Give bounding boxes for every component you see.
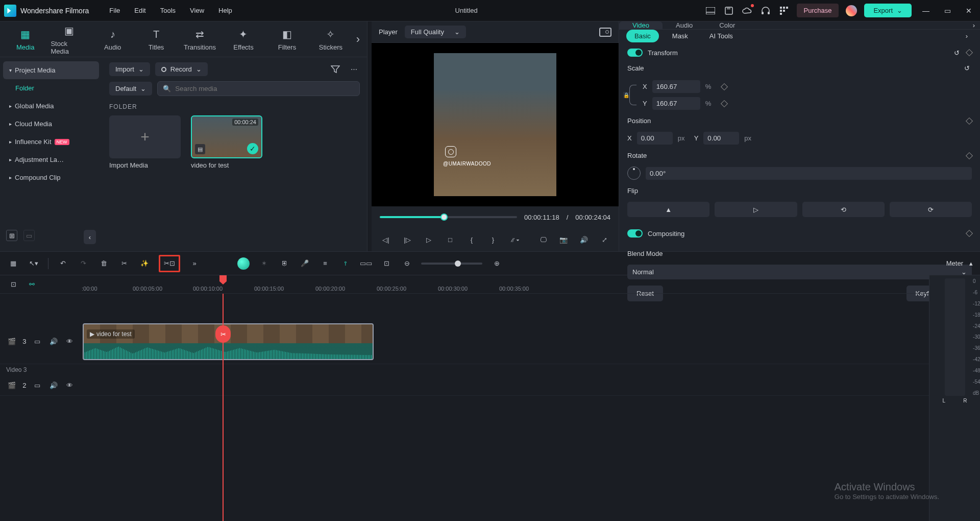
scrub-knob[interactable] [440,214,448,221]
magic-icon[interactable]: ✨ [138,257,151,270]
reset-icon[interactable]: ↺ [962,63,972,73]
grid-icon[interactable]: ▦ [7,257,19,270]
pos-y-input[interactable] [703,132,739,145]
video-viewport[interactable]: @UMAIRWADOOD [372,43,619,206]
lock-aspect[interactable]: 🔒 [627,82,639,108]
mute-icon[interactable]: 🔊 [48,336,59,348]
import-dropdown[interactable]: Import⌄ [109,62,150,76]
export-button[interactable]: Export⌄ [864,4,912,17]
mic-icon[interactable]: 🎤 [299,257,311,270]
prev-frame-icon[interactable]: ◁| [380,233,392,246]
zoom-out-icon[interactable]: ⊖ [401,257,413,270]
undo-icon[interactable]: ↶ [57,257,69,270]
volume-icon[interactable]: 🔊 [578,233,590,246]
filter-icon[interactable] [329,63,341,76]
zoom-slider[interactable] [421,263,482,265]
keyframe-icon[interactable] [721,83,728,90]
next-frame-icon[interactable]: |▷ [401,233,413,246]
tab-audio-inspector[interactable]: Audio [663,21,706,29]
subtab-mask[interactable]: Mask [664,30,696,42]
shield-icon[interactable]: ⛨ [278,257,290,270]
fit-icon[interactable]: ⊡ [380,257,393,270]
camera-icon[interactable]: 📷 [557,233,570,246]
tab-stock-media[interactable]: ▣Stock Media [51,23,87,55]
tab-effects[interactable]: ✦Effects [225,27,261,51]
video-track-icon[interactable]: 🎬 [6,336,17,348]
cursor-icon[interactable]: ↖▾ [28,257,40,270]
folder-icon[interactable]: ▭ [31,380,42,392]
zoom-knob[interactable] [455,260,461,267]
flip-vertical-button[interactable]: ▷ [715,202,797,217]
rotate-ccw-button[interactable]: ⟲ [802,202,885,217]
tree-global-media[interactable]: ▸Global Media [3,97,99,115]
meter-toggle[interactable]: Meter [946,259,963,267]
fullscreen-icon[interactable]: ⤢ [598,233,610,246]
menu-file[interactable]: File [109,7,120,14]
redo-icon[interactable]: ↷ [77,257,89,270]
layout-icon[interactable] [705,5,716,16]
search-input[interactable] [175,85,354,92]
zoom-in-icon[interactable]: ⊕ [491,257,503,270]
folder-icon[interactable]: ▭ [23,230,35,241]
crop-button[interactable]: ✂⊡ [159,255,180,272]
apps-icon[interactable] [778,5,790,16]
list-icon[interactable]: ≡ [319,257,331,270]
rotate-input[interactable] [646,167,972,180]
menu-edit[interactable]: Edit [134,7,145,14]
tab-color[interactable]: Color [706,21,748,29]
collapse-tree-button[interactable]: ‹ [84,230,96,244]
mark-in-icon[interactable]: { [465,233,478,246]
subtab-basic[interactable]: Basic [626,30,659,42]
sparkle-icon[interactable]: ✶ [258,257,270,270]
avatar[interactable] [846,5,857,16]
tab-filters[interactable]: ◧Filters [269,27,305,51]
keyframe-icon[interactable] [966,152,973,159]
display-icon[interactable]: 🖵 [537,233,549,246]
mark-out-icon[interactable]: } [487,233,499,246]
new-folder-icon[interactable]: ⊞ [6,230,17,241]
tab-titles[interactable]: TTitles [138,27,174,51]
video-track-icon[interactable]: 🎬 [6,380,17,392]
folder-icon[interactable]: ▭ [31,336,42,348]
reset-icon[interactable]: ↺ [951,48,962,58]
rotate-cw-button[interactable]: ⟳ [890,202,972,217]
tree-cloud-media[interactable]: ▸Cloud Media [3,115,99,133]
stop-icon[interactable]: □ [444,233,456,246]
menu-help[interactable]: Help [218,7,232,14]
pos-x-input[interactable] [637,132,673,145]
menu-view[interactable]: View [190,7,204,14]
delete-icon[interactable]: 🗑 [97,257,110,270]
keyframe-icon[interactable] [721,100,728,107]
headphones-icon[interactable] [760,5,771,16]
tree-compound-clip[interactable]: ▸Compound Clip [3,169,99,186]
playhead[interactable]: ✂ [223,294,224,521]
rotate-dial[interactable] [627,167,641,180]
ai-button[interactable] [237,257,250,270]
tab-stickers[interactable]: ✧Stickers [312,27,349,51]
search-box[interactable]: 🔍 [157,81,360,96]
link-icon[interactable]: ⚯ [26,278,38,291]
snapshot-icon[interactable] [599,28,611,37]
subtab-more-icon[interactable]: › [961,32,973,40]
subtab-ai-tools[interactable]: AI Tools [701,30,741,42]
marker-icon[interactable]: ⫯ [339,257,352,270]
tab-audio[interactable]: ♪Audio [94,27,131,51]
close-button[interactable]: ✕ [962,7,976,15]
tree-folder[interactable]: Folder [3,79,99,97]
keyframe-icon[interactable] [966,49,973,56]
more-tools-icon[interactable]: » [188,257,201,270]
play-icon[interactable]: ▷ [423,233,435,246]
import-media-tile[interactable]: + Import Media [109,115,181,169]
flip-horizontal-button[interactable]: ▲ [627,202,709,217]
render-icon[interactable]: ▭▭ [360,257,372,270]
scrub-track[interactable] [380,216,517,218]
visible-icon[interactable]: 👁 [64,380,76,392]
aspect-icon[interactable]: ⫽▾ [508,233,521,246]
more-tabs-icon[interactable]: › [356,33,360,46]
compositing-toggle[interactable] [627,229,643,238]
sort-dropdown[interactable]: Default⌄ [109,82,152,96]
minimize-button[interactable]: ― [919,7,933,15]
quality-dropdown[interactable]: Full Quality⌄ [405,26,466,38]
record-dropdown[interactable]: Record⌄ [155,62,208,76]
timeline-menu-icon[interactable]: ⊡ [7,278,19,291]
